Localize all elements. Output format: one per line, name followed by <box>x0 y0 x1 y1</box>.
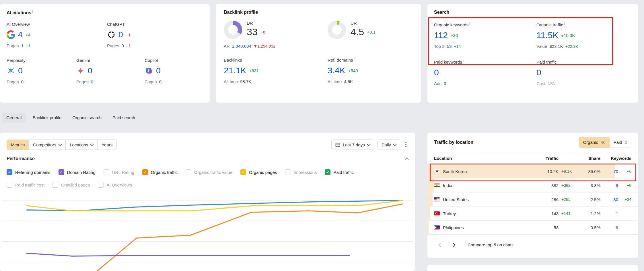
checkbox-unchecked-icon[interactable] <box>285 169 291 175</box>
tab-organic-search[interactable]: Organic search <box>68 113 106 123</box>
checkbox-checked-icon[interactable] <box>325 169 330 175</box>
metric-checkbox-organic-pages[interactable]: Organic pages <box>240 169 277 175</box>
table-row-south-korea[interactable]: South Korea 10.2K +9.1K 89.0% 70 +6 <box>427 164 638 178</box>
chatgpt-value[interactable]: 0 <box>118 30 123 39</box>
share-value: 89.0% <box>575 169 600 174</box>
collapse-chevron-icon[interactable] <box>405 158 409 161</box>
paid-keywords-value[interactable]: 0 <box>434 68 439 77</box>
ref-domains-value[interactable]: 3.4K <box>328 66 345 75</box>
metric-checkbox-ai-overviews[interactable]: AI Overviews <box>98 182 132 188</box>
checkbox-checked-icon[interactable] <box>240 169 246 175</box>
tab-backlink-profile[interactable]: Backlink profile <box>28 113 65 123</box>
table-row-turkey[interactable]: Turkey 143 +141 1.2% 1 <box>427 207 638 221</box>
pages-value[interactable]: 0 <box>159 79 162 84</box>
table-row-united-states[interactable]: United States 286 +285 2.5% 30 +24 <box>427 193 638 207</box>
more-options-button[interactable] <box>404 140 408 149</box>
checkbox-label: Domain Rating <box>67 170 96 175</box>
table-row-philippines[interactable]: Philippines 58 0.5% 9 <box>427 221 638 235</box>
organic-toggle-button[interactable]: Organic40 <box>579 137 609 148</box>
tab-paid-search[interactable]: Paid search <box>108 113 139 123</box>
chevron-right-icon <box>451 242 455 247</box>
metric-checkbox-referring-domains[interactable]: Referring domains <box>7 169 50 175</box>
ai-overview-label: AI Overview <box>7 22 107 27</box>
ai-overview-value[interactable]: 4 <box>18 30 23 39</box>
metric-checkbox-crawled-pages[interactable]: Crawled pages <box>52 182 90 188</box>
metric-checkbox-paid-traffic-cost[interactable]: Paid traffic cost <box>7 182 44 188</box>
info-icon[interactable]: i <box>32 10 33 13</box>
metric-checkbox-organic-traffic-value[interactable]: Organic traffic value <box>186 169 232 175</box>
location-pagination: Compare top 5 on chart <box>427 235 638 249</box>
backlinks-value[interactable]: 21.1K <box>224 66 246 75</box>
metric-checkbox-impressions[interactable]: Impressions <box>285 169 317 175</box>
checkbox-unchecked-icon[interactable] <box>52 182 58 188</box>
keywords-value[interactable]: 9 <box>600 183 618 188</box>
search-title: Search <box>434 10 638 15</box>
alltime-value: 4.6K <box>344 79 353 84</box>
performance-title: Performance <box>7 156 35 161</box>
info-icon[interactable]: i <box>354 57 354 60</box>
info-icon[interactable]: i <box>564 22 565 25</box>
organic-keywords-value[interactable]: 112 <box>434 30 448 40</box>
info-icon[interactable]: i <box>243 57 243 60</box>
share-value: 0.5% <box>575 225 600 230</box>
info-icon[interactable]: i <box>469 22 470 25</box>
metrics-filter-button[interactable]: Metrics <box>7 140 29 150</box>
paid-toggle-button[interactable]: Paid0 <box>610 137 631 148</box>
metric-checkbox-url-rating[interactable]: URL Rating <box>104 169 134 175</box>
checkbox-checked-icon[interactable] <box>142 169 148 175</box>
gemini-value[interactable]: 0 <box>88 66 92 75</box>
checkbox-checked-icon[interactable] <box>59 169 64 175</box>
keywords-value[interactable]: 70 <box>600 169 618 174</box>
location-name: South Korea <box>443 169 467 174</box>
checkbox-unchecked-icon[interactable] <box>98 182 104 188</box>
metric-checkbox-organic-traffic[interactable]: Organic traffic <box>142 169 178 175</box>
locations-filter-button[interactable]: Locations <box>65 140 98 150</box>
checkbox-checked-icon[interactable] <box>7 169 12 175</box>
keywords-value[interactable]: 9 <box>600 225 618 230</box>
pages-value[interactable]: 0 <box>21 79 24 84</box>
top3-value[interactable]: 53 <box>447 44 452 49</box>
location-name: United States <box>443 197 469 202</box>
perplexity-value[interactable]: 0 <box>18 66 23 75</box>
metric-checkbox-paid-traffic[interactable]: Paid traffic <box>325 169 354 175</box>
traffic-delta: +382 <box>559 183 575 188</box>
next-page-button[interactable] <box>449 240 457 249</box>
ads-value[interactable]: 0 <box>444 81 446 86</box>
metric-checkbox-domain-rating[interactable]: Domain Rating <box>59 169 96 175</box>
pages-delta: +1 <box>26 44 30 48</box>
traffic-value: 382 <box>532 183 559 188</box>
perplexity-tile: Perplexity 0 Pages0 <box>7 58 76 84</box>
paid-traffic-value[interactable]: 0 <box>536 68 541 77</box>
ar-delta: ▼1,294,952 <box>254 44 275 48</box>
info-icon[interactable]: i <box>558 59 558 62</box>
granularity-dropdown[interactable]: Daily <box>378 140 400 150</box>
checkbox-unchecked-icon[interactable] <box>7 182 12 188</box>
copilot-value[interactable]: 0 <box>156 66 161 75</box>
tab-general[interactable]: General <box>2 113 26 123</box>
ar-value[interactable]: 2,848,084 <box>232 44 251 48</box>
pages-value[interactable]: 0 <box>91 79 93 84</box>
info-icon[interactable]: i <box>463 59 464 62</box>
info-icon[interactable]: i <box>358 20 358 23</box>
date-range-dropdown[interactable]: Last 7 days <box>331 140 374 150</box>
seo-overview-dashboard: AI citationsi AI Overview 4 +4 Pages1+1 … <box>0 0 644 271</box>
competitors-filter-button[interactable]: Competitors <box>29 140 66 150</box>
years-filter-button[interactable]: Years <box>97 140 117 150</box>
checkbox-unchecked-icon[interactable] <box>186 169 191 175</box>
flag-turkey <box>434 211 440 215</box>
pages-value[interactable]: 1 <box>21 43 24 48</box>
value-amount: $23.1K <box>549 44 563 49</box>
ai-citations-row-2: Perplexity 0 Pages0 Gemini 0 Pages0 <box>7 58 210 84</box>
table-row-india[interactable]: India 382 +382 3.3% 9 +8 <box>427 178 638 193</box>
organic-traffic-value[interactable]: 11.5K <box>536 30 558 40</box>
prev-page-button[interactable] <box>436 240 445 249</box>
compare-top5-link[interactable]: Compare top 5 on chart <box>468 242 513 247</box>
checkbox-unchecked-icon[interactable] <box>104 169 109 175</box>
keywords-value[interactable]: 30 <box>600 197 618 202</box>
performance-chart[interactable] <box>2 189 413 271</box>
info-icon[interactable]: i <box>254 20 254 23</box>
keywords-value[interactable]: 1 <box>600 211 618 216</box>
pages-value[interactable]: 0 <box>122 43 124 48</box>
paid-traffic-tile: Paid traffici 0 CostN/A <box>536 59 558 86</box>
ads-label: Ads <box>434 81 441 86</box>
